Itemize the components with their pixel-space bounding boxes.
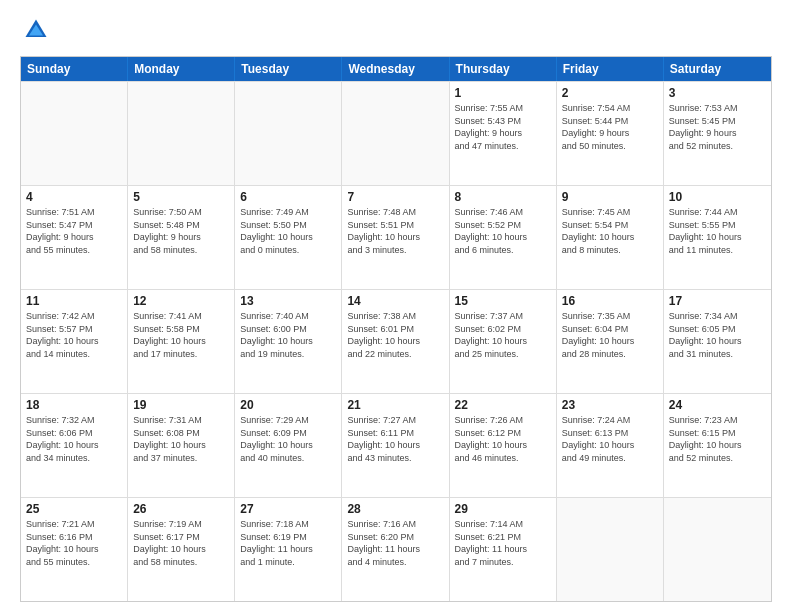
- cell-day-number: 12: [133, 294, 229, 308]
- calendar-header-cell: Sunday: [21, 57, 128, 81]
- calendar-cell: 21Sunrise: 7:27 AM Sunset: 6:11 PM Dayli…: [342, 394, 449, 497]
- calendar-cell: 19Sunrise: 7:31 AM Sunset: 6:08 PM Dayli…: [128, 394, 235, 497]
- logo-icon: [22, 16, 50, 44]
- cell-day-number: 3: [669, 86, 766, 100]
- calendar-cell: 5Sunrise: 7:50 AM Sunset: 5:48 PM Daylig…: [128, 186, 235, 289]
- cell-info: Sunrise: 7:51 AM Sunset: 5:47 PM Dayligh…: [26, 206, 122, 256]
- calendar-cell: 10Sunrise: 7:44 AM Sunset: 5:55 PM Dayli…: [664, 186, 771, 289]
- cell-info: Sunrise: 7:55 AM Sunset: 5:43 PM Dayligh…: [455, 102, 551, 152]
- cell-info: Sunrise: 7:40 AM Sunset: 6:00 PM Dayligh…: [240, 310, 336, 360]
- calendar-cell: [128, 82, 235, 185]
- calendar-header-cell: Wednesday: [342, 57, 449, 81]
- cell-info: Sunrise: 7:14 AM Sunset: 6:21 PM Dayligh…: [455, 518, 551, 568]
- cell-info: Sunrise: 7:46 AM Sunset: 5:52 PM Dayligh…: [455, 206, 551, 256]
- calendar-cell: 6Sunrise: 7:49 AM Sunset: 5:50 PM Daylig…: [235, 186, 342, 289]
- cell-day-number: 7: [347, 190, 443, 204]
- cell-info: Sunrise: 7:45 AM Sunset: 5:54 PM Dayligh…: [562, 206, 658, 256]
- cell-day-number: 6: [240, 190, 336, 204]
- cell-info: Sunrise: 7:48 AM Sunset: 5:51 PM Dayligh…: [347, 206, 443, 256]
- cell-day-number: 14: [347, 294, 443, 308]
- page: SundayMondayTuesdayWednesdayThursdayFrid…: [0, 0, 792, 612]
- cell-day-number: 9: [562, 190, 658, 204]
- calendar-cell: 1Sunrise: 7:55 AM Sunset: 5:43 PM Daylig…: [450, 82, 557, 185]
- cell-day-number: 16: [562, 294, 658, 308]
- calendar-cell: 18Sunrise: 7:32 AM Sunset: 6:06 PM Dayli…: [21, 394, 128, 497]
- cell-info: Sunrise: 7:42 AM Sunset: 5:57 PM Dayligh…: [26, 310, 122, 360]
- cell-info: Sunrise: 7:18 AM Sunset: 6:19 PM Dayligh…: [240, 518, 336, 568]
- cell-day-number: 25: [26, 502, 122, 516]
- calendar-cell: 3Sunrise: 7:53 AM Sunset: 5:45 PM Daylig…: [664, 82, 771, 185]
- calendar-cell: 13Sunrise: 7:40 AM Sunset: 6:00 PM Dayli…: [235, 290, 342, 393]
- header: [20, 16, 772, 48]
- cell-info: Sunrise: 7:26 AM Sunset: 6:12 PM Dayligh…: [455, 414, 551, 464]
- calendar-cell: 20Sunrise: 7:29 AM Sunset: 6:09 PM Dayli…: [235, 394, 342, 497]
- calendar-week-row: 18Sunrise: 7:32 AM Sunset: 6:06 PM Dayli…: [21, 393, 771, 497]
- cell-day-number: 26: [133, 502, 229, 516]
- cell-info: Sunrise: 7:31 AM Sunset: 6:08 PM Dayligh…: [133, 414, 229, 464]
- calendar-header-cell: Friday: [557, 57, 664, 81]
- calendar-cell: 9Sunrise: 7:45 AM Sunset: 5:54 PM Daylig…: [557, 186, 664, 289]
- calendar-cell: 8Sunrise: 7:46 AM Sunset: 5:52 PM Daylig…: [450, 186, 557, 289]
- cell-info: Sunrise: 7:24 AM Sunset: 6:13 PM Dayligh…: [562, 414, 658, 464]
- calendar-cell: 27Sunrise: 7:18 AM Sunset: 6:19 PM Dayli…: [235, 498, 342, 601]
- calendar-cell: 28Sunrise: 7:16 AM Sunset: 6:20 PM Dayli…: [342, 498, 449, 601]
- cell-day-number: 2: [562, 86, 658, 100]
- cell-info: Sunrise: 7:34 AM Sunset: 6:05 PM Dayligh…: [669, 310, 766, 360]
- calendar-cell: 29Sunrise: 7:14 AM Sunset: 6:21 PM Dayli…: [450, 498, 557, 601]
- calendar-header-row: SundayMondayTuesdayWednesdayThursdayFrid…: [21, 57, 771, 81]
- calendar-cell: 7Sunrise: 7:48 AM Sunset: 5:51 PM Daylig…: [342, 186, 449, 289]
- cell-info: Sunrise: 7:44 AM Sunset: 5:55 PM Dayligh…: [669, 206, 766, 256]
- cell-info: Sunrise: 7:50 AM Sunset: 5:48 PM Dayligh…: [133, 206, 229, 256]
- cell-day-number: 11: [26, 294, 122, 308]
- cell-day-number: 18: [26, 398, 122, 412]
- cell-day-number: 13: [240, 294, 336, 308]
- cell-day-number: 21: [347, 398, 443, 412]
- calendar-week-row: 4Sunrise: 7:51 AM Sunset: 5:47 PM Daylig…: [21, 185, 771, 289]
- cell-info: Sunrise: 7:32 AM Sunset: 6:06 PM Dayligh…: [26, 414, 122, 464]
- calendar-cell: 14Sunrise: 7:38 AM Sunset: 6:01 PM Dayli…: [342, 290, 449, 393]
- cell-info: Sunrise: 7:23 AM Sunset: 6:15 PM Dayligh…: [669, 414, 766, 464]
- calendar-week-row: 11Sunrise: 7:42 AM Sunset: 5:57 PM Dayli…: [21, 289, 771, 393]
- calendar-cell: 11Sunrise: 7:42 AM Sunset: 5:57 PM Dayli…: [21, 290, 128, 393]
- cell-day-number: 27: [240, 502, 336, 516]
- cell-info: Sunrise: 7:41 AM Sunset: 5:58 PM Dayligh…: [133, 310, 229, 360]
- cell-info: Sunrise: 7:38 AM Sunset: 6:01 PM Dayligh…: [347, 310, 443, 360]
- calendar-cell: 22Sunrise: 7:26 AM Sunset: 6:12 PM Dayli…: [450, 394, 557, 497]
- cell-info: Sunrise: 7:27 AM Sunset: 6:11 PM Dayligh…: [347, 414, 443, 464]
- cell-day-number: 28: [347, 502, 443, 516]
- cell-day-number: 22: [455, 398, 551, 412]
- cell-day-number: 5: [133, 190, 229, 204]
- calendar-week-row: 25Sunrise: 7:21 AM Sunset: 6:16 PM Dayli…: [21, 497, 771, 601]
- cell-day-number: 20: [240, 398, 336, 412]
- calendar-cell: 4Sunrise: 7:51 AM Sunset: 5:47 PM Daylig…: [21, 186, 128, 289]
- calendar-header-cell: Thursday: [450, 57, 557, 81]
- cell-info: Sunrise: 7:54 AM Sunset: 5:44 PM Dayligh…: [562, 102, 658, 152]
- cell-day-number: 4: [26, 190, 122, 204]
- calendar-cell: [557, 498, 664, 601]
- cell-day-number: 23: [562, 398, 658, 412]
- calendar-header-cell: Monday: [128, 57, 235, 81]
- calendar-cell: 23Sunrise: 7:24 AM Sunset: 6:13 PM Dayli…: [557, 394, 664, 497]
- cell-day-number: 8: [455, 190, 551, 204]
- cell-info: Sunrise: 7:35 AM Sunset: 6:04 PM Dayligh…: [562, 310, 658, 360]
- cell-day-number: 10: [669, 190, 766, 204]
- cell-info: Sunrise: 7:49 AM Sunset: 5:50 PM Dayligh…: [240, 206, 336, 256]
- calendar-cell: 16Sunrise: 7:35 AM Sunset: 6:04 PM Dayli…: [557, 290, 664, 393]
- calendar-cell: 15Sunrise: 7:37 AM Sunset: 6:02 PM Dayli…: [450, 290, 557, 393]
- cell-info: Sunrise: 7:19 AM Sunset: 6:17 PM Dayligh…: [133, 518, 229, 568]
- calendar-week-row: 1Sunrise: 7:55 AM Sunset: 5:43 PM Daylig…: [21, 81, 771, 185]
- calendar-cell: 12Sunrise: 7:41 AM Sunset: 5:58 PM Dayli…: [128, 290, 235, 393]
- calendar-cell: 24Sunrise: 7:23 AM Sunset: 6:15 PM Dayli…: [664, 394, 771, 497]
- calendar-cell: 25Sunrise: 7:21 AM Sunset: 6:16 PM Dayli…: [21, 498, 128, 601]
- cell-day-number: 1: [455, 86, 551, 100]
- cell-info: Sunrise: 7:37 AM Sunset: 6:02 PM Dayligh…: [455, 310, 551, 360]
- cell-day-number: 15: [455, 294, 551, 308]
- cell-day-number: 29: [455, 502, 551, 516]
- cell-info: Sunrise: 7:21 AM Sunset: 6:16 PM Dayligh…: [26, 518, 122, 568]
- calendar-header-cell: Saturday: [664, 57, 771, 81]
- cell-day-number: 24: [669, 398, 766, 412]
- cell-info: Sunrise: 7:16 AM Sunset: 6:20 PM Dayligh…: [347, 518, 443, 568]
- calendar-header-cell: Tuesday: [235, 57, 342, 81]
- cell-day-number: 17: [669, 294, 766, 308]
- calendar: SundayMondayTuesdayWednesdayThursdayFrid…: [20, 56, 772, 602]
